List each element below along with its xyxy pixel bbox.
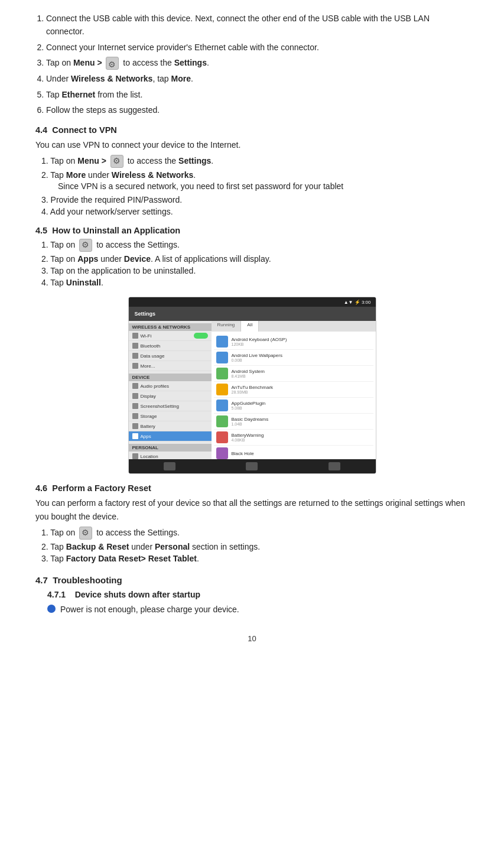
section-44-title: Connect to VPN	[52, 125, 117, 135]
step-46-1: 1. Tap on to access the Settings.	[41, 527, 469, 540]
step-45-1: 1. Tap on to access the Settings.	[41, 239, 469, 252]
settings-icon-44	[110, 155, 123, 168]
app-info-1: Android Keyboard (AOSP) 120KB	[232, 337, 371, 346]
sidebar-storage: Storage	[129, 411, 212, 421]
step-45-3: 3. Tap on the application to be uninstal…	[41, 266, 469, 275]
usb-step-3: Tap on Menu > to access the Settings.	[46, 56, 469, 70]
step44-settings-bold: Settings	[178, 156, 211, 165]
sidebar-audioprofiles: Audio profiles	[129, 381, 212, 391]
usb-step-2: Connect your Internet service provider's…	[46, 41, 469, 54]
app-item-4: AnTuTu Benchmark 28.93MB	[214, 382, 373, 398]
step-44-4: 4. Add your network/server settings.	[41, 207, 469, 216]
app-name-3: Android System	[232, 369, 371, 374]
datausage-icon	[132, 353, 138, 359]
step-44-3: 3. Provide the required PIN/Password.	[41, 195, 469, 204]
section-46-title: Perform a Factory Reset	[52, 483, 151, 493]
step-44-note: Since VPN is a secured network, you need…	[58, 180, 469, 193]
uninstall-bold: Uninstall	[66, 278, 101, 287]
sidebar-section-wireless: WIRELESS & NETWORKS	[129, 323, 212, 331]
usb-step-5: Tap Ethernet from the list.	[46, 88, 469, 101]
nav-recent-btn	[329, 462, 340, 470]
section-45-heading: 4.5 How to Uninstall an Application	[35, 226, 469, 235]
app-size-5: 5.08B	[232, 406, 371, 410]
section-46-number: 4.6	[35, 483, 47, 493]
section-45-title: How to Uninstall an Application	[52, 226, 180, 235]
app-info-8: Black Hole	[232, 451, 371, 456]
fake-status-bar: ▲▼ ⚡ 3:00	[129, 297, 376, 307]
app-icon-5	[216, 400, 228, 411]
personal-bold: Personal	[155, 542, 190, 551]
app-icon-8	[216, 447, 228, 459]
section-47-title: Troubleshooting	[53, 575, 122, 585]
fake-screen: ▲▼ ⚡ 3:00 Settings WIRELESS & NETWORKS W…	[129, 297, 376, 473]
app-name-1: Android Keyboard (AOSP)	[232, 337, 371, 342]
app-info-2: Android Live Wallpapers 0.00B	[232, 353, 371, 362]
app-icon-3	[216, 368, 228, 379]
step44-more-bold: More	[66, 170, 86, 180]
app-list: Android Keyboard (AOSP) 120KB Android Li…	[212, 332, 376, 459]
settings-icon	[106, 57, 119, 70]
section-46-heading: 4.6 Perform a Factory Reset	[35, 483, 469, 493]
settings-icon-46	[79, 527, 92, 540]
apps-bold: Apps	[77, 254, 98, 264]
sidebar-datausage: Data usage	[129, 351, 212, 361]
audio-icon	[132, 383, 138, 389]
bluetooth-icon	[132, 343, 138, 349]
tab-running: Running	[212, 321, 242, 332]
tab-all: All	[241, 321, 259, 332]
wifi-icon	[132, 333, 138, 339]
section-471-heading: 4.7.1 Device shuts down after startup	[47, 590, 469, 599]
sidebar-location: Location	[129, 452, 212, 459]
settings-icon-45	[79, 239, 92, 252]
sidebar-section-device: DEVICE	[129, 374, 212, 381]
section-47-number: 4.7	[35, 575, 48, 585]
sidebar-more: More...	[129, 361, 212, 371]
step-44-2: 2. Tap More under Wireless & Networks.	[41, 170, 469, 180]
fake-sidebar: WIRELESS & NETWORKS Wi-Fi Bluetooth Data…	[129, 321, 212, 459]
sidebar-display: Display	[129, 391, 212, 401]
nav-back-btn	[164, 462, 175, 470]
wifi-toggle	[194, 333, 208, 339]
sidebar-screenshot: ScreenshotSetting	[129, 401, 212, 411]
app-icon-7	[216, 431, 228, 443]
section-471-title: Device shuts down after startup	[75, 590, 200, 599]
app-item-8: Black Hole	[214, 446, 373, 459]
app-item-3: Android System 8.41MB	[214, 366, 373, 382]
app-icon-4	[216, 384, 228, 395]
app-item-2: Android Live Wallpapers 0.00B	[214, 350, 373, 366]
more-bold: More	[171, 74, 191, 83]
app-item-1: Android Keyboard (AOSP) 120KB	[214, 334, 373, 350]
sidebar-battery: Battery	[129, 421, 212, 431]
fake-bottom-bar	[129, 459, 376, 473]
section-44-number: 4.4	[35, 125, 47, 135]
storage-icon	[132, 413, 138, 419]
step44-menu-bold: Menu >	[77, 156, 106, 165]
ethernet-bold: Ethernet	[61, 90, 95, 99]
app-item-5: AppGuidePlugin 5.08B	[214, 398, 373, 414]
settings-screenshot: ▲▼ ⚡ 3:00 Settings WIRELESS & NETWORKS W…	[128, 297, 376, 474]
usb-steps-list: Connect the USB cable with this device. …	[46, 12, 469, 117]
fake-header-bar: Settings	[129, 307, 376, 321]
menu-bold: Menu >	[73, 58, 102, 67]
more-icon	[132, 363, 138, 369]
sidebar-apps: Apps	[129, 431, 212, 441]
step-44-1: 1. Tap on Menu > to access the Settings.	[41, 155, 469, 168]
app-name-5: AppGuidePlugin	[232, 401, 371, 406]
step44-wireless-bold: Wireless & Networks	[112, 170, 193, 180]
app-icon-1	[216, 336, 228, 348]
app-icon-2	[216, 352, 228, 363]
step-45-2: 2. Tap on Apps under Device. A list of a…	[41, 254, 469, 264]
app-size-1: 120KB	[232, 342, 371, 346]
page-content: Connect the USB cable with this device. …	[35, 12, 469, 643]
screenshot-icon	[132, 403, 138, 409]
app-name-4: AnTuTu Benchmark	[232, 385, 371, 390]
app-item-7: BatteryWarning 4.08KB	[214, 430, 373, 446]
wireless-networks-bold: Wireless & Networks	[71, 74, 152, 83]
app-name-7: BatteryWarning	[232, 433, 371, 438]
content-tabs: Running All	[212, 321, 376, 332]
app-info-5: AppGuidePlugin 5.08B	[232, 401, 371, 410]
step-46-2: 2. Tap Backup & Reset under Personal sec…	[41, 542, 469, 551]
step-46-3: 3. Tap Factory Data Reset> Reset Tablet.	[41, 554, 469, 563]
bullet-circle-1	[47, 605, 56, 613]
backup-reset-bold: Backup & Reset	[66, 542, 129, 551]
